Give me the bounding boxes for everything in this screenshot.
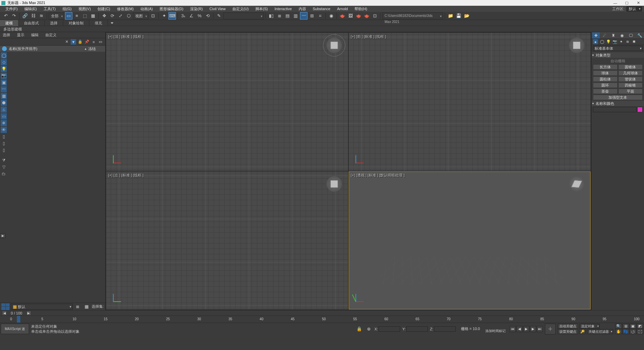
add-time-tag[interactable]: 添加时间标记 <box>485 329 506 333</box>
edit-named-sel-button[interactable]: ✎ <box>215 12 223 20</box>
category-dropdown[interactable]: 标准基本体 <box>593 46 643 51</box>
viewport-perspective[interactable]: [+] [透视 ] [标准 ] [默认明暗处理 ] <box>349 171 591 309</box>
ribbon-tab-populate[interactable]: 填充 <box>89 20 108 26</box>
align-button[interactable]: ≣ <box>276 12 283 20</box>
viewport-top-label[interactable]: [+] [顶 ] [标准 ] [线框 ] <box>108 34 143 39</box>
rollout-namecolor[interactable]: 名称和颜色 <box>592 101 644 106</box>
placement-button[interactable]: ⬡ <box>125 12 132 20</box>
manipulate-button[interactable]: ✦ <box>160 12 168 20</box>
ribbon-tab-modeling[interactable]: 建模 <box>0 20 19 26</box>
cmd-tab-modify[interactable]: ☄ <box>601 32 608 39</box>
obj-cylinder[interactable]: 圆柱体 <box>593 76 618 82</box>
menu-animation[interactable]: 动画(A) <box>137 6 156 12</box>
absolute-relative-icon[interactable]: ⊕ <box>365 325 372 333</box>
cmd-tab-display[interactable]: 🖵 <box>627 32 635 39</box>
ribbon-panel-label[interactable]: 多边形建模 <box>0 26 644 32</box>
column-freeze[interactable]: 冻结 <box>88 46 103 51</box>
selection-filter-dropdown[interactable]: 全部 <box>49 13 64 19</box>
maxscript-listener[interactable]: MAXScript 迷 <box>1 324 29 334</box>
pin-icon[interactable]: 📌 <box>84 39 90 45</box>
obj-pyramid[interactable]: 四棱锥 <box>618 83 643 88</box>
filter-funnel-icon[interactable]: ⧩ <box>1 157 7 163</box>
create-lights-icon[interactable]: 💡 <box>606 39 611 44</box>
viewport-layout-icon[interactable] <box>1 303 9 310</box>
obj-box[interactable]: 长方体 <box>593 64 618 70</box>
filter-blank3-icon[interactable]: ▯ <box>1 147 7 153</box>
menu-grapheditors[interactable]: 图形编辑器(D) <box>156 6 187 12</box>
frame-prev-button[interactable]: ◀ <box>2 311 7 316</box>
rendered-frame-button[interactable]: 🖼 <box>347 12 354 20</box>
schematic-view-button[interactable]: ⌗ <box>316 12 324 20</box>
filter-blank2-icon[interactable]: ▯ <box>1 140 7 146</box>
layer-isolate-icon[interactable]: ▦ <box>83 303 90 310</box>
spinner-snap-toggle[interactable]: ⟲ <box>204 12 211 20</box>
zoom-region-button[interactable]: ◩ <box>637 324 643 329</box>
set-key-big-button[interactable]: + <box>545 324 556 334</box>
move-button[interactable]: ✥ <box>100 12 108 20</box>
maximize-button[interactable]: ▢ <box>621 0 632 6</box>
curve-editor-button[interactable]: 〰 <box>300 12 307 20</box>
trackbar-expand-icon[interactable]: ▶ <box>0 233 5 238</box>
auto-key-button[interactable]: 自动关键点 <box>558 324 578 329</box>
viewcube-top[interactable] <box>326 38 342 53</box>
obj-teapot[interactable]: 茶壶 <box>593 89 618 94</box>
autoback-button[interactable]: 💾 <box>455 12 462 20</box>
menu-arnold[interactable]: Arnold <box>334 6 351 12</box>
key-filters-icon[interactable]: 🔑 <box>579 329 585 334</box>
zoom-button[interactable]: 🔍 <box>615 324 622 329</box>
menu-view[interactable]: 视图(V) <box>75 6 94 12</box>
menu-civilview[interactable]: Civil View <box>206 6 229 12</box>
scene-tab-edit[interactable]: 编辑 <box>31 32 39 38</box>
render-iterate-button[interactable]: 🫖 <box>363 12 370 20</box>
percent-snap-toggle[interactable]: % <box>196 12 203 20</box>
angle-snap-toggle[interactable]: ∠ <box>188 12 195 20</box>
rotate-button[interactable]: ⟳ <box>109 12 116 20</box>
filter-folder-icon[interactable]: 🗀 <box>1 171 7 177</box>
redo-button[interactable]: ↷ <box>10 12 18 20</box>
play-button[interactable]: ▶ <box>523 326 529 332</box>
menu-create[interactable]: 创建(C) <box>94 6 113 12</box>
obj-sphere[interactable]: 球体 <box>593 70 618 76</box>
obj-plane[interactable]: 平面 <box>618 89 643 94</box>
obj-torus[interactable]: 圆环 <box>593 83 618 88</box>
close-button[interactable]: ✕ <box>632 0 644 6</box>
pan-button[interactable]: ✋ <box>615 329 622 334</box>
render-activeshade-button[interactable]: ⊡ <box>371 12 378 20</box>
filter-bone-icon[interactable]: ⎌ <box>1 107 7 113</box>
create-helpers-icon[interactable]: ✦ <box>619 39 624 44</box>
list-icon[interactable]: ≡ <box>91 39 96 45</box>
next-frame-button[interactable]: ▶ <box>530 326 536 332</box>
maximize-viewport-button[interactable]: ⛶ <box>637 329 643 334</box>
menu-substance[interactable]: Substance <box>309 6 334 12</box>
filter-spacewarp-icon[interactable]: 〰 <box>1 86 7 92</box>
ribbon-tab-freeform[interactable]: 自由形式 <box>19 20 45 26</box>
create-systems-icon[interactable]: ✱ <box>631 39 637 44</box>
menu-content[interactable]: 内容 <box>295 6 309 12</box>
viewport-left-label[interactable]: [+] [左 ] [标准 ] [线框 ] <box>108 173 143 178</box>
object-name-input[interactable] <box>593 107 637 112</box>
cmd-tab-motion[interactable]: ◉ <box>618 32 626 39</box>
filter-camera-icon[interactable]: 📷 <box>1 73 7 79</box>
time-slider-marker[interactable] <box>17 316 20 323</box>
menu-rendering[interactable]: 渲染(R) <box>187 6 206 12</box>
orbit-button[interactable]: ⭯ <box>629 329 636 334</box>
obj-tube[interactable]: 管状体 <box>618 76 643 82</box>
lock-selection-icon[interactable]: 🔒 <box>355 325 363 333</box>
goto-end-button[interactable]: ⏭ <box>537 326 543 332</box>
menu-scripting[interactable]: 脚本(S) <box>252 6 271 12</box>
select-by-name-button[interactable]: ≡ <box>73 12 80 20</box>
create-cameras-icon[interactable]: 📷 <box>612 39 617 44</box>
object-color-swatch[interactable] <box>637 107 643 112</box>
use-pivot-center-button[interactable]: ⊡ <box>149 12 157 20</box>
expand-icon[interactable]: ▭ <box>98 39 103 45</box>
filter-light-icon[interactable]: 💡 <box>1 66 7 72</box>
cmd-tab-create[interactable]: ✚ <box>592 32 600 39</box>
layer-stack-icon[interactable]: ≣ <box>74 303 82 310</box>
cmd-tab-hierarchy[interactable]: ♜ <box>610 32 617 39</box>
minimize-button[interactable]: — <box>610 0 621 6</box>
filter-helper-icon[interactable]: ▣ <box>1 79 7 86</box>
scene-tab-select[interactable]: 选择 <box>3 32 10 38</box>
scene-tab-custom[interactable]: 自定义 <box>45 32 56 38</box>
menu-help[interactable]: 帮助(H) <box>351 6 370 12</box>
viewport-front-label[interactable]: [+] [前 ] [标准 ] [线框 ] <box>351 34 386 39</box>
